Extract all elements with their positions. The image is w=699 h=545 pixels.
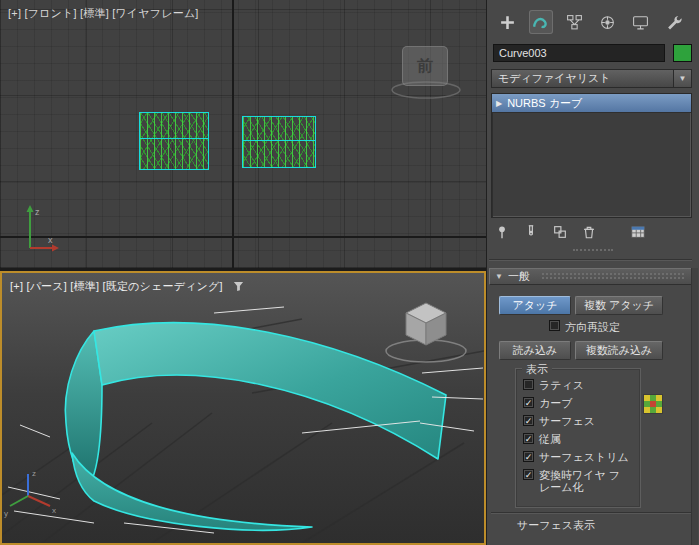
- checkbox-surfaces[interactable]: ✓ サーフェス: [523, 415, 636, 427]
- attach-button[interactable]: アタッチ: [499, 296, 571, 315]
- checkbox-dependents[interactable]: ✓ 従属: [523, 433, 636, 445]
- modifier-list-label: モディファイヤリスト: [492, 71, 673, 86]
- make-unique-icon[interactable]: [551, 223, 569, 241]
- grid-axis-vertical: [232, 0, 234, 268]
- multi-import-button[interactable]: 複数読み込み: [575, 341, 663, 360]
- wrench-icon: [666, 14, 683, 31]
- surface-trims-checkbox[interactable]: ✓: [523, 451, 534, 462]
- surfaces-checkbox[interactable]: ✓: [523, 415, 534, 426]
- viewport-perspective[interactable]: z x y [+] [パース] [標準] [既定のシェーディング]: [0, 271, 486, 545]
- svg-text:x: x: [48, 235, 53, 245]
- command-panel-tabs: [491, 8, 691, 36]
- nurbs-curve-object-2[interactable]: [242, 116, 316, 168]
- viewport-persp-label[interactable]: [+] [パース] [標準] [既定のシェーディング]: [10, 279, 223, 294]
- nurbs-curve-object-1[interactable]: [139, 112, 209, 170]
- svg-text:z: z: [32, 469, 36, 478]
- panel-separator-dots[interactable]: [573, 249, 613, 251]
- configure-modifier-sets-icon[interactable]: [629, 223, 647, 241]
- modifier-list-dropdown[interactable]: モディファイヤリスト ▼: [491, 69, 692, 88]
- svg-text:z: z: [35, 207, 40, 217]
- panel-separator: [491, 512, 691, 514]
- expand-arrow-icon[interactable]: ▶: [496, 99, 502, 108]
- viewcube[interactable]: 前: [402, 46, 448, 86]
- viewport-front[interactable]: [+] [フロント] [標準] [ワイヤフレーム] 前 z x: [0, 0, 486, 268]
- show-end-result-icon[interactable]: [522, 223, 540, 241]
- checkbox-lattice[interactable]: ラティス: [523, 379, 636, 391]
- display-monitor-icon: [632, 14, 649, 31]
- curves-checkbox[interactable]: ✓: [523, 397, 534, 408]
- tab-modify[interactable]: [529, 10, 553, 34]
- surface-display-label: サーフェス表示: [517, 518, 595, 533]
- multi-attach-button[interactable]: 複数 アタッチ: [575, 296, 663, 315]
- nurbs-toolbox-icon[interactable]: [643, 394, 663, 414]
- tab-create[interactable]: [496, 10, 520, 34]
- tab-hierarchy[interactable]: [562, 10, 586, 34]
- tab-motion[interactable]: [596, 10, 620, 34]
- rollout-general-header[interactable]: ▼ 一般: [489, 268, 692, 285]
- object-color-swatch[interactable]: [673, 44, 692, 62]
- collapse-arrow-icon: ▼: [495, 272, 503, 281]
- tab-utilities[interactable]: [662, 10, 686, 34]
- hierarchy-icon: [566, 14, 583, 31]
- viewcube-face-label: 前: [417, 56, 433, 77]
- stack-toolbar: [493, 222, 690, 242]
- viewcube[interactable]: [386, 303, 466, 362]
- transform-degrade-checkbox[interactable]: ✓: [523, 469, 534, 480]
- rollout-general-title: 一般: [508, 269, 530, 284]
- panel-scrollbar[interactable]: [691, 268, 698, 545]
- chevron-down-icon[interactable]: ▼: [673, 70, 691, 87]
- reorient-label: 方向再設定: [565, 320, 620, 335]
- viewport-persp-label-row: [+] [パース] [標準] [既定のシェーディング]: [10, 279, 244, 294]
- panel-separator: [489, 259, 692, 261]
- object-name-row: [493, 44, 693, 62]
- display-group-box: 表示 ラティス ✓ カーブ ✓ サーフェス ✓ 従属: [515, 368, 641, 508]
- object-name-input[interactable]: [493, 44, 665, 62]
- reorient-checkbox-row[interactable]: 方向再設定: [549, 320, 620, 335]
- pin-stack-icon[interactable]: [493, 223, 511, 241]
- rollout-drag-texture: [541, 272, 686, 281]
- display-group-legend: 表示: [522, 362, 552, 377]
- stack-item-nurbs-curve[interactable]: ▶ NURBS カーブ: [492, 94, 691, 113]
- modify-curve-icon: [532, 14, 549, 31]
- modifier-stack[interactable]: ▶ NURBS カーブ: [491, 93, 692, 218]
- nurbs-surface[interactable]: [65, 323, 446, 530]
- command-panel: モディファイヤリスト ▼ ▶ NURBS カーブ: [486, 0, 699, 545]
- dependents-checkbox[interactable]: ✓: [523, 433, 534, 444]
- viewport-front-label[interactable]: [+] [フロント] [標準] [ワイヤフレーム]: [8, 6, 199, 21]
- checkbox-transform-degrade[interactable]: ✓ 変換時ワイヤ フレーム化: [523, 469, 636, 493]
- remove-modifier-trash-icon[interactable]: [580, 223, 598, 241]
- axis-tripod-icon: z x: [6, 198, 64, 258]
- import-button[interactable]: 読み込み: [499, 341, 571, 360]
- lattice-checkbox[interactable]: [523, 379, 534, 390]
- checkbox-surface-trims[interactable]: ✓ サーフェストリム: [523, 451, 636, 463]
- svg-text:y: y: [4, 509, 8, 518]
- 3ds-max-window: [+] [フロント] [標準] [ワイヤフレーム] 前 z x: [0, 0, 699, 545]
- tab-display[interactable]: [629, 10, 653, 34]
- filter-funnel-icon[interactable]: [233, 281, 244, 292]
- perspective-scene: z x y: [2, 273, 484, 543]
- checkbox-curves[interactable]: ✓ カーブ: [523, 397, 636, 409]
- reorient-checkbox[interactable]: [549, 320, 560, 331]
- svg-text:x: x: [52, 506, 56, 515]
- grid-axis-horizontal: [0, 236, 486, 238]
- motion-wheel-icon: [599, 14, 616, 31]
- plus-icon: [499, 14, 516, 31]
- stack-item-label: NURBS カーブ: [507, 96, 582, 111]
